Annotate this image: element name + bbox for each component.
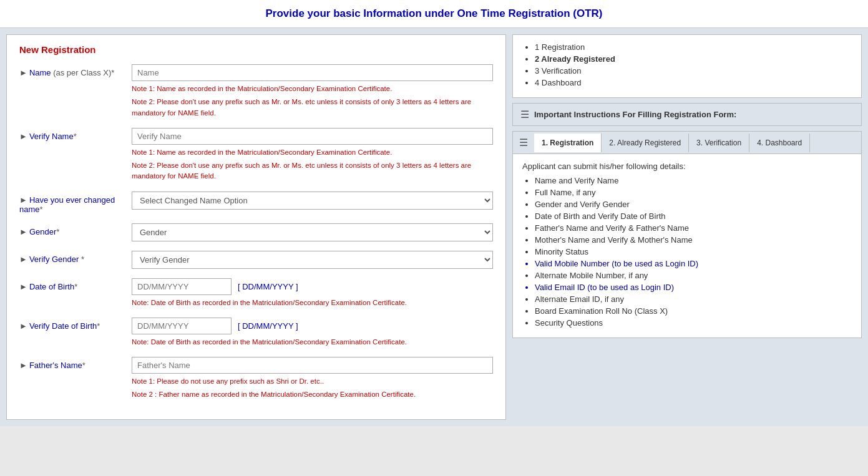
select-changed_name[interactable]: Select Changed Name OptionYesNo [132, 192, 493, 210]
note-verify_name: Note 1: Name as recorded in the Matricul… [132, 147, 493, 158]
tab-content-item-4: Father's Name and Verify & Father's Name [535, 223, 852, 233]
label-verify_gender: ►Verify Gender * [19, 251, 125, 264]
note-verify_name: Note 2: Please don't use any prefix such… [132, 160, 493, 182]
select-verify_gender[interactable]: Verify GenderMaleFemaleTransgender [132, 251, 493, 269]
tab-content-item-8: Alternate Mobile Number, if any [535, 271, 852, 280]
tab-btn-2[interactable]: 3. Verification [689, 134, 749, 152]
note-dob: Note: Date of Birth as recorded in the M… [132, 298, 493, 308]
note-verify_dob: Note: Date of Birth as recorded in the M… [132, 337, 493, 347]
form-row-father_name: ►Father's Name*Note 1: Please do not use… [19, 357, 493, 401]
input-wrapper-name: Note 1: Name as recorded in the Matricul… [132, 64, 493, 119]
input-wrapper-verify_gender: Verify GenderMaleFemaleTransgender [132, 251, 493, 269]
step-item-0[interactable]: 1 Registration [535, 42, 852, 52]
form-row-verify_name: ►Verify Name*Note 1: Name as recorded in… [19, 128, 493, 182]
tab-content-item-9: Valid Email ID (to be used as Login ID) [535, 283, 852, 292]
step-item-3[interactable]: 4 Dashboard [535, 78, 852, 87]
form-row-dob: ►Date of Birth*[ DD/MM/YYYY ]Note: Date … [19, 278, 493, 308]
note-father_name: Note 1: Please do not use any prefix suc… [132, 376, 493, 387]
label-text-father_name: Father's Name [29, 361, 82, 370]
date-display-verify_dob: [ DD/MM/YYYY ] [238, 321, 298, 331]
input-wrapper-dob: [ DD/MM/YYYY ]Note: Date of Birth as rec… [132, 278, 493, 308]
input-wrapper-gender: GenderMaleFemaleTransgender [132, 223, 493, 241]
menu-icon: ☰ [520, 109, 529, 120]
label-changed_name: ►Have you ever changed name* [19, 192, 125, 214]
arrow-icon: ► [19, 68, 27, 77]
left-panel: New Registration ►Name (as per Class X)*… [6, 34, 506, 420]
step-item-2[interactable]: 3 Verification [535, 66, 852, 75]
tab-btn-3[interactable]: 4. Dashboard [749, 134, 810, 152]
label-suffix-verify_dob: * [97, 321, 100, 331]
label-suffix-dob: * [74, 282, 77, 291]
label-text-verify_dob: Verify Date of Birth [29, 321, 97, 331]
input-wrapper-father_name: Note 1: Please do not use any prefix suc… [132, 357, 493, 401]
arrow-icon: ► [19, 361, 27, 370]
tab-content-item-2: Gender and Verify Gender [535, 200, 852, 209]
right-panel: 1 Registration2 Already Registered3 Veri… [512, 34, 862, 420]
label-dob: ►Date of Birth* [19, 278, 125, 291]
tab-content-item-5: Mother's Name and Verify & Mother's Name [535, 235, 852, 245]
date-display-dob: [ DD/MM/YYYY ] [238, 282, 298, 291]
section-title: New Registration [19, 44, 493, 55]
page-title: Provide your basic Information under One… [0, 0, 868, 28]
label-verify_dob: ►Verify Date of Birth* [19, 318, 125, 331]
label-verify_name: ►Verify Name* [19, 128, 125, 141]
label-text-name: Name [29, 68, 51, 77]
label-name: ►Name (as per Class X)* [19, 64, 125, 77]
label-suffix-father_name: * [82, 361, 85, 370]
tab-content-item-6: Minority Status [535, 247, 852, 256]
tabs-menu-icon: ☰ [513, 132, 534, 153]
tab-content: Applicant can submit his/her following d… [513, 154, 861, 338]
label-text-dob: Date of Birth [29, 282, 74, 291]
tab-content-item-0: Name and Verify Name [535, 176, 852, 185]
label-text-verify_gender: Verify Gender [29, 255, 79, 264]
tabs-section: ☰ 1. Registration2. Already Registered3.… [512, 131, 862, 338]
arrow-icon: ► [19, 255, 27, 264]
date-row-verify_dob: [ DD/MM/YYYY ] [132, 318, 493, 334]
label-gender: ►Gender* [19, 223, 125, 236]
select-gender[interactable]: GenderMaleFemaleTransgender [132, 223, 493, 241]
arrow-icon: ► [19, 227, 27, 236]
tab-content-intro: Applicant can submit his/her following d… [522, 162, 852, 171]
arrow-icon: ► [19, 132, 27, 141]
label-suffix-name: (as per Class X)* [51, 68, 115, 77]
input-name[interactable] [132, 64, 493, 81]
form-row-gender: ►Gender*GenderMaleFemaleTransgender [19, 223, 493, 241]
tab-content-item-10: Alternate Email ID, if any [535, 294, 852, 304]
tab-content-item-11: Board Examination Roll No (Class X) [535, 306, 852, 316]
tab-btn-1[interactable]: 2. Already Registered [602, 134, 689, 152]
tab-content-item-12: Security Questions [535, 318, 852, 328]
date-row-dob: [ DD/MM/YYYY ] [132, 278, 493, 295]
tab-content-item-7: Valid Mobile Number (to be used as Login… [535, 259, 852, 268]
form-row-verify_dob: ►Verify Date of Birth*[ DD/MM/YYYY ]Note… [19, 318, 493, 347]
arrow-icon: ► [19, 282, 27, 291]
label-text-gender: Gender [29, 227, 56, 236]
instructions-title: Important Instructions For Filling Regis… [534, 110, 736, 119]
note-name: Note 2: Please don't use any prefix such… [132, 97, 493, 119]
label-suffix-verify_name: * [74, 132, 77, 141]
input-verify_name[interactable] [132, 128, 493, 145]
arrow-icon: ► [19, 195, 27, 205]
label-father_name: ►Father's Name* [19, 357, 125, 370]
form-row-changed_name: ►Have you ever changed name*Select Chang… [19, 192, 493, 214]
form-row-name: ►Name (as per Class X)*Note 1: Name as r… [19, 64, 493, 119]
note-name: Note 1: Name as recorded in the Matricul… [132, 84, 493, 94]
tab-btn-0[interactable]: 1. Registration [534, 134, 602, 152]
label-suffix-verify_gender: * [79, 255, 84, 264]
steps-box: 1 Registration2 Already Registered3 Veri… [512, 34, 862, 98]
form-row-verify_gender: ►Verify Gender *Verify GenderMaleFemaleT… [19, 251, 493, 269]
label-suffix-gender: * [56, 227, 59, 236]
input-verify_dob[interactable] [132, 318, 232, 334]
input-dob[interactable] [132, 278, 232, 295]
note-father_name: Note 2 : Father name as recorded in the … [132, 389, 493, 400]
label-suffix-changed_name: * [40, 205, 43, 214]
tab-content-item-3: Date of Birth and Verify Date of Birth [535, 211, 852, 221]
step-item-1[interactable]: 2 Already Registered [535, 54, 852, 64]
input-wrapper-changed_name: Select Changed Name OptionYesNo [132, 192, 493, 210]
label-text-changed_name: Have you ever changed name [19, 195, 115, 214]
label-text-verify_name: Verify Name [29, 132, 74, 141]
arrow-icon: ► [19, 321, 27, 331]
instructions-box: ☰ Important Instructions For Filling Reg… [512, 103, 862, 126]
input-wrapper-verify_dob: [ DD/MM/YYYY ]Note: Date of Birth as rec… [132, 318, 493, 347]
tabs-header: ☰ 1. Registration2. Already Registered3.… [513, 132, 861, 154]
input-father_name[interactable] [132, 357, 493, 374]
